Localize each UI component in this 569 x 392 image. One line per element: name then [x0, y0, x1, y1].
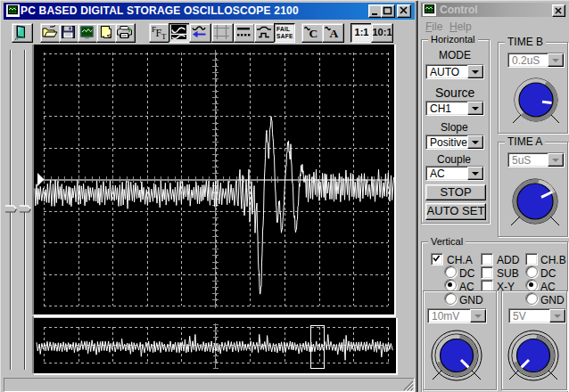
svg-text:T: T: [161, 32, 167, 41]
svg-text:C: C: [309, 27, 318, 40]
svg-text:A: A: [330, 27, 339, 40]
